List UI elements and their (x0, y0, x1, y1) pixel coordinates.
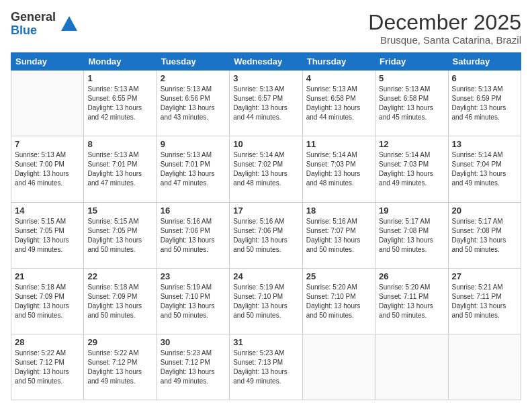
logo: General Blue (11, 11, 79, 38)
cell-content: Sunrise: 5:19 AM Sunset: 7:10 PM Dayligh… (233, 283, 298, 320)
day-number: 18 (306, 205, 371, 216)
calendar-week-1: 7Sunrise: 5:13 AM Sunset: 7:00 PM Daylig… (11, 136, 521, 202)
col-thursday: Thursday (302, 53, 375, 71)
col-sunday: Sunday (11, 53, 84, 71)
table-row (375, 334, 448, 400)
main-title: December 2025 (368, 11, 521, 34)
cell-content: Sunrise: 5:13 AM Sunset: 7:01 PM Dayligh… (87, 150, 152, 188)
logo-text: General Blue (11, 11, 56, 38)
day-number: 30 (161, 337, 226, 347)
cell-content: Sunrise: 5:13 AM Sunset: 6:57 PM Dayligh… (233, 85, 298, 122)
cell-content: Sunrise: 5:13 AM Sunset: 6:58 PM Dayligh… (306, 85, 371, 122)
cell-content: Sunrise: 5:15 AM Sunset: 7:05 PM Dayligh… (15, 217, 80, 255)
day-number: 6 (452, 73, 517, 83)
table-row: 5Sunrise: 5:13 AM Sunset: 6:58 PM Daylig… (375, 71, 448, 136)
cell-content: Sunrise: 5:18 AM Sunset: 7:09 PM Dayligh… (15, 283, 80, 320)
cell-content: Sunrise: 5:14 AM Sunset: 7:03 PM Dayligh… (306, 150, 371, 188)
col-monday: Monday (84, 53, 157, 71)
table-row: 26Sunrise: 5:20 AM Sunset: 7:11 PM Dayli… (375, 268, 448, 334)
day-number: 27 (452, 271, 517, 281)
day-number: 22 (87, 271, 152, 281)
day-number: 8 (87, 139, 152, 149)
cell-content: Sunrise: 5:22 AM Sunset: 7:12 PM Dayligh… (15, 349, 80, 386)
table-row: 6Sunrise: 5:13 AM Sunset: 6:59 PM Daylig… (448, 71, 521, 136)
cell-content: Sunrise: 5:14 AM Sunset: 7:02 PM Dayligh… (233, 150, 298, 188)
logo-general: General (11, 11, 56, 24)
table-row: 24Sunrise: 5:19 AM Sunset: 7:10 PM Dayli… (230, 268, 302, 334)
cell-content: Sunrise: 5:20 AM Sunset: 7:10 PM Dayligh… (306, 283, 371, 320)
cell-content: Sunrise: 5:23 AM Sunset: 7:13 PM Dayligh… (233, 349, 298, 386)
day-number: 31 (233, 337, 298, 347)
cell-content: Sunrise: 5:19 AM Sunset: 7:10 PM Dayligh… (161, 283, 226, 320)
table-row: 14Sunrise: 5:15 AM Sunset: 7:05 PM Dayli… (11, 202, 84, 268)
table-row: 20Sunrise: 5:17 AM Sunset: 7:08 PM Dayli… (448, 202, 521, 268)
cell-content: Sunrise: 5:13 AM Sunset: 6:58 PM Dayligh… (379, 85, 444, 122)
calendar-body: 1Sunrise: 5:13 AM Sunset: 6:55 PM Daylig… (11, 71, 521, 400)
day-number: 10 (233, 139, 298, 149)
cell-content: Sunrise: 5:15 AM Sunset: 7:05 PM Dayligh… (87, 217, 152, 255)
day-number: 17 (233, 205, 298, 216)
cell-content: Sunrise: 5:18 AM Sunset: 7:09 PM Dayligh… (87, 283, 152, 320)
table-row: 3Sunrise: 5:13 AM Sunset: 6:57 PM Daylig… (230, 71, 302, 136)
svg-marker-0 (61, 16, 77, 31)
table-row: 29Sunrise: 5:22 AM Sunset: 7:12 PM Dayli… (84, 334, 157, 400)
table-row: 2Sunrise: 5:13 AM Sunset: 6:56 PM Daylig… (157, 71, 229, 136)
table-row: 11Sunrise: 5:14 AM Sunset: 7:03 PM Dayli… (302, 136, 375, 202)
day-number: 28 (15, 337, 80, 347)
title-block: December 2025 Brusque, Santa Catarina, B… (368, 11, 521, 46)
cell-content: Sunrise: 5:17 AM Sunset: 7:08 PM Dayligh… (452, 217, 517, 255)
cell-content: Sunrise: 5:14 AM Sunset: 7:03 PM Dayligh… (379, 150, 444, 188)
day-number: 26 (379, 271, 444, 281)
table-row (11, 71, 84, 136)
day-number: 24 (233, 271, 298, 281)
table-row: 21Sunrise: 5:18 AM Sunset: 7:09 PM Dayli… (11, 268, 84, 334)
cell-content: Sunrise: 5:13 AM Sunset: 7:00 PM Dayligh… (15, 150, 80, 188)
day-number: 21 (15, 271, 80, 281)
table-row: 27Sunrise: 5:21 AM Sunset: 7:11 PM Dayli… (448, 268, 521, 334)
day-number: 11 (306, 139, 371, 149)
calendar-table: Sunday Monday Tuesday Wednesday Thursday… (11, 52, 521, 400)
table-row: 10Sunrise: 5:14 AM Sunset: 7:02 PM Dayli… (230, 136, 302, 202)
day-number: 2 (161, 73, 226, 83)
day-number: 15 (87, 205, 152, 216)
cell-content: Sunrise: 5:16 AM Sunset: 7:06 PM Dayligh… (233, 217, 298, 255)
day-number: 19 (379, 205, 444, 216)
day-number: 12 (379, 139, 444, 149)
header: General Blue December 2025 Brusque, Sant… (11, 11, 521, 46)
calendar-header-row: Sunday Monday Tuesday Wednesday Thursday… (11, 53, 521, 71)
cell-content: Sunrise: 5:16 AM Sunset: 7:07 PM Dayligh… (306, 217, 371, 255)
subtitle: Brusque, Santa Catarina, Brazil (368, 34, 521, 46)
day-number: 16 (161, 205, 226, 216)
cell-content: Sunrise: 5:21 AM Sunset: 7:11 PM Dayligh… (452, 283, 517, 320)
table-row: 17Sunrise: 5:16 AM Sunset: 7:06 PM Dayli… (230, 202, 302, 268)
calendar-week-3: 21Sunrise: 5:18 AM Sunset: 7:09 PM Dayli… (11, 268, 521, 334)
table-row: 9Sunrise: 5:13 AM Sunset: 7:01 PM Daylig… (157, 136, 229, 202)
page: General Blue December 2025 Brusque, Sant… (0, 0, 532, 411)
day-number: 29 (87, 337, 152, 347)
table-row: 12Sunrise: 5:14 AM Sunset: 7:03 PM Dayli… (375, 136, 448, 202)
col-wednesday: Wednesday (230, 53, 302, 71)
cell-content: Sunrise: 5:22 AM Sunset: 7:12 PM Dayligh… (87, 349, 152, 386)
cell-content: Sunrise: 5:20 AM Sunset: 7:11 PM Dayligh… (379, 283, 444, 320)
table-row: 8Sunrise: 5:13 AM Sunset: 7:01 PM Daylig… (84, 136, 157, 202)
table-row (302, 334, 375, 400)
table-row: 25Sunrise: 5:20 AM Sunset: 7:10 PM Dayli… (302, 268, 375, 334)
table-row: 4Sunrise: 5:13 AM Sunset: 6:58 PM Daylig… (302, 71, 375, 136)
table-row (448, 334, 521, 400)
table-row: 22Sunrise: 5:18 AM Sunset: 7:09 PM Dayli… (84, 268, 157, 334)
table-row: 16Sunrise: 5:16 AM Sunset: 7:06 PM Dayli… (157, 202, 229, 268)
cell-content: Sunrise: 5:13 AM Sunset: 6:59 PM Dayligh… (452, 85, 517, 122)
day-number: 4 (306, 73, 371, 83)
day-number: 13 (452, 139, 517, 149)
day-number: 20 (452, 205, 517, 216)
cell-content: Sunrise: 5:13 AM Sunset: 7:01 PM Dayligh… (161, 150, 226, 188)
cell-content: Sunrise: 5:13 AM Sunset: 6:55 PM Dayligh… (87, 85, 152, 122)
table-row: 18Sunrise: 5:16 AM Sunset: 7:07 PM Dayli… (302, 202, 375, 268)
cell-content: Sunrise: 5:17 AM Sunset: 7:08 PM Dayligh… (379, 217, 444, 255)
logo-icon (60, 15, 79, 34)
day-number: 25 (306, 271, 371, 281)
table-row: 31Sunrise: 5:23 AM Sunset: 7:13 PM Dayli… (230, 334, 302, 400)
calendar-week-4: 28Sunrise: 5:22 AM Sunset: 7:12 PM Dayli… (11, 334, 521, 400)
cell-content: Sunrise: 5:23 AM Sunset: 7:12 PM Dayligh… (161, 349, 226, 386)
col-tuesday: Tuesday (157, 53, 229, 71)
